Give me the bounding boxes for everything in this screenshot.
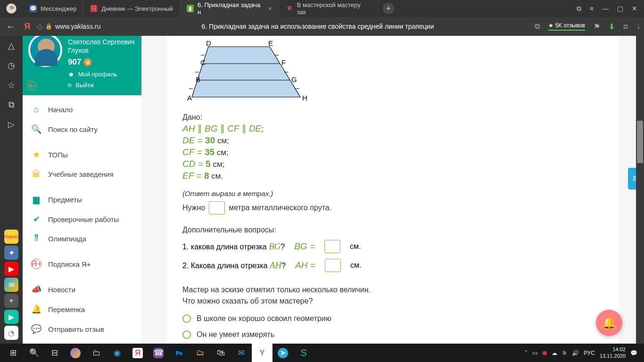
task-view-icon[interactable]: ⊟ xyxy=(44,344,65,362)
answer-input[interactable] xyxy=(209,201,225,214)
nav-search[interactable]: 🔍Поиск по сайту xyxy=(23,119,141,139)
q1-input[interactable] xyxy=(324,240,340,253)
nav-tests[interactable]: ✔Проверочные работы xyxy=(23,209,141,229)
bell-icon[interactable]: △ xyxy=(8,41,15,51)
svg-text:F: F xyxy=(281,58,286,66)
app-green-icon[interactable]: ▶ xyxy=(4,310,18,324)
add-app-icon[interactable]: + xyxy=(4,294,18,308)
collections-icon[interactable]: ⧉ xyxy=(8,100,15,110)
tray-volume-icon[interactable]: 🔊 xyxy=(572,350,579,356)
start-button[interactable]: ⊞ xyxy=(3,344,24,362)
tray-cloud-icon[interactable]: ☁ xyxy=(552,350,557,356)
windows-taskbar: ⊞ 🔍 ⊟ 🗀 ◉ Я ☎ Ps 🗂 🛍 ✉ Y ➤ S ˄ ▭ ⬣ ☁ ⚞ 🔊… xyxy=(0,344,644,362)
q2-unit: см. xyxy=(350,261,361,270)
taskbar-app-alice[interactable] xyxy=(65,344,86,362)
radio-option-2[interactable]: Он не умеет измерять xyxy=(182,330,603,339)
nav-label: Олимпиада xyxy=(48,235,86,243)
close-icon[interactable]: × xyxy=(268,5,272,12)
tab-yandex-search[interactable]: Я В мастерской мастеру зак xyxy=(279,0,378,17)
radio-label: В школе он хорошо освоил геометрию xyxy=(197,314,331,323)
taskbar-app-photoshop[interactable]: Ps xyxy=(169,344,190,362)
taskbar-app-telegram[interactable]: ➤ xyxy=(272,344,293,362)
site-sidebar: Я+ Святослав Сергеевич Глухов 907 ★ ☻ Мо… xyxy=(23,36,141,344)
tray-clock[interactable]: 14:02 13.11.2020 xyxy=(600,346,626,359)
tab-diary[interactable]: 日 Дневник — Электронный xyxy=(83,0,180,17)
taskbar-app-viber[interactable]: ☎ xyxy=(148,344,169,362)
yandex-logo-icon[interactable]: Я xyxy=(22,22,33,32)
taskbar-app-explorer[interactable]: 🗀 xyxy=(86,344,107,362)
nav-send-feedback[interactable]: 💬Отправить отзыв xyxy=(23,319,141,339)
logout-link[interactable]: ⎋ Выйти xyxy=(68,82,136,89)
my-profile-link[interactable]: ☻ Мой профиль xyxy=(68,71,136,78)
nav-home[interactable]: ⌂Начало xyxy=(23,100,141,119)
new-tab-button[interactable]: + xyxy=(383,3,394,14)
favorites-icon[interactable]: ☆ xyxy=(8,80,15,90)
scrollbar-track[interactable] xyxy=(636,36,644,344)
alice-icon[interactable]: ◔ xyxy=(4,326,18,340)
avatar-large-icon[interactable] xyxy=(28,36,62,67)
taskbar-app-ybrowser[interactable]: Y xyxy=(252,344,272,362)
radio-option-1[interactable]: В школе он хорошо освоил геометрию xyxy=(182,314,603,323)
scrollbar-thumb[interactable] xyxy=(637,121,643,163)
radio-icon xyxy=(182,330,191,339)
profile-tab-button[interactable] xyxy=(0,0,23,17)
copy-icon[interactable]: ⧉ xyxy=(535,22,540,31)
maximize-icon[interactable]: ▢ xyxy=(617,5,623,13)
taskbar-app-s[interactable]: S xyxy=(293,344,314,362)
nav-olympiad[interactable]: 🎖Олимпиада xyxy=(23,229,141,248)
page-title: 6. Прикладная задача на использование св… xyxy=(104,23,531,30)
nav-subjects[interactable]: ▆Предметы xyxy=(23,189,141,209)
tray-battery-icon[interactable]: ▭ xyxy=(532,350,537,356)
tab-messenger[interactable]: 💬 Мессенджер xyxy=(23,0,83,17)
radio-icon xyxy=(182,314,191,323)
taskbar-app-store[interactable]: 🛍 xyxy=(210,344,231,362)
vk-app-icon[interactable]: ✦ xyxy=(4,246,18,260)
shield-icon: ◇ xyxy=(37,22,42,31)
yaplus-badge-icon: Я+ xyxy=(27,81,37,90)
answer-line: Нужно метра металлического прута. xyxy=(182,201,603,214)
history-icon[interactable]: ◷ xyxy=(8,60,15,71)
extensions-icon[interactable]: ⧈ xyxy=(623,22,628,31)
tab-active-yaklass[interactable]: ▮ 6. Прикладная задача н × xyxy=(180,0,279,17)
mail-app-icon[interactable]: ✉ xyxy=(4,278,18,292)
given-de: DE = 30 см; xyxy=(182,135,603,146)
taskbar-app-files[interactable]: 🗂 xyxy=(190,344,210,362)
browser-sidebar: △ ◷ ☆ ⧉ ▷ Маркет ✦ ▶ ✉ + ▶ ◔ xyxy=(0,36,23,344)
close-window-icon[interactable]: ✕ xyxy=(632,5,637,13)
minimize-icon[interactable]: — xyxy=(602,5,609,13)
answer-prefix: Нужно xyxy=(182,204,205,212)
youtube-app-icon[interactable]: ▶ xyxy=(4,262,18,276)
url-field[interactable]: ◇ 🔒 www.yaklass.ru xyxy=(37,22,100,31)
q2-input[interactable] xyxy=(325,259,341,272)
taskbar-app-edge[interactable]: ◉ xyxy=(107,344,127,362)
taskbar-app-mail[interactable]: ✉ xyxy=(231,344,252,362)
tabs-overview-icon[interactable]: ⧉ xyxy=(577,5,581,13)
play-icon[interactable]: ▷ xyxy=(8,119,15,130)
tray-notifications-icon[interactable]: 💬 xyxy=(630,350,637,356)
nav-yaplus[interactable]: Я+Подписка Я+ xyxy=(23,254,141,274)
nav-tops[interactable]: ★ТОПы xyxy=(23,145,141,165)
tray-wifi-icon[interactable]: ⚞ xyxy=(562,350,567,356)
notifications-float-button[interactable]: 🔔 xyxy=(596,310,622,336)
market-app-icon[interactable]: Маркет xyxy=(4,230,18,244)
nav-break[interactable]: 🔔Переменка xyxy=(23,299,141,319)
given-cd: CD = 5 см; xyxy=(182,159,603,169)
taskbar-search-icon[interactable]: 🔍 xyxy=(24,344,44,362)
q1-unit: см. xyxy=(350,242,361,251)
nav-universities[interactable]: 🏛Учебные заведения xyxy=(23,165,141,184)
tray-language[interactable]: РУС xyxy=(584,350,595,356)
nav-news[interactable]: 📣Новости xyxy=(23,280,141,299)
download-icon[interactable]: ⬇ xyxy=(609,22,615,31)
url-right-controls: ⧉ ★ 5K отзывов ⚑ ⬇ ⧈ ↓ xyxy=(535,22,640,31)
rating-badge[interactable]: ★ 5K отзывов xyxy=(548,22,585,31)
tray-chevron-icon[interactable]: ˄ xyxy=(525,350,528,356)
logout-label: Выйти xyxy=(75,82,94,89)
downloads-list-icon[interactable]: ↓ xyxy=(636,22,640,31)
bookmark-icon[interactable]: ⚑ xyxy=(594,22,600,31)
tray-shield-icon[interactable]: ⬣ xyxy=(542,350,547,356)
taskbar-app-yandex[interactable]: Я xyxy=(127,344,148,362)
menu-icon[interactable]: ≡ xyxy=(590,5,594,13)
back-button[interactable]: ← xyxy=(4,21,18,32)
diary-icon: 日 xyxy=(90,5,98,12)
master-question: Мастер на эскизе отметил только нескольк… xyxy=(182,284,603,307)
